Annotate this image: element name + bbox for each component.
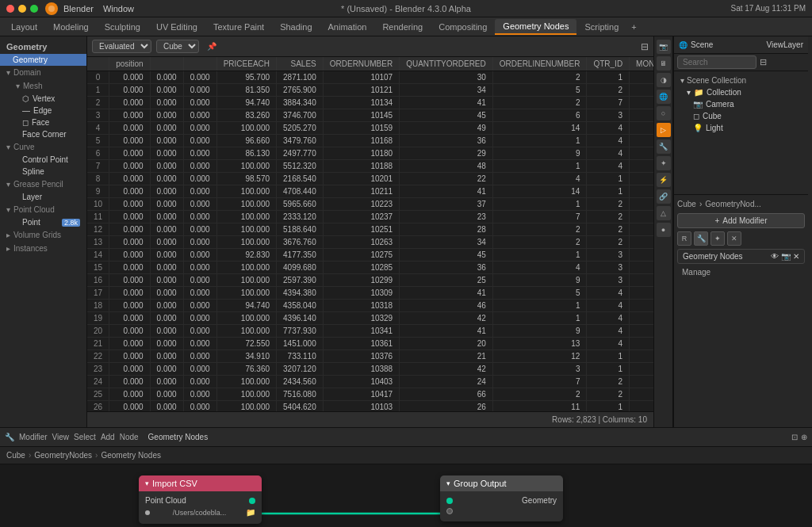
col-sales[interactable]: SALES [277, 57, 324, 71]
breadcrumb-cube-node[interactable]: Cube [6, 451, 25, 460]
data-icon[interactable]: △ [657, 206, 671, 220]
breadcrumb-geonodes-node[interactable]: GeometryNodes [34, 451, 92, 460]
modifier-icon[interactable]: 🔧 [657, 139, 671, 154]
toolbar-add[interactable]: Add [101, 433, 115, 441]
tab-layout[interactable]: Layout [3, 20, 45, 34]
section-mesh[interactable]: ▾ Mesh [0, 79, 86, 93]
render-icon[interactable]: 📷 [657, 40, 671, 54]
table-cell: 48 [400, 160, 493, 173]
toolbar-select[interactable]: Select [74, 433, 96, 441]
toolbar-modifier[interactable]: Modifier [19, 433, 48, 441]
col-orderlinenumber[interactable]: ORDERLINENUMBER [492, 57, 587, 71]
point-cloud-output-socket[interactable] [249, 498, 255, 504]
extra-socket [446, 508, 453, 514]
outliner-item-collection[interactable]: ▾ 📁 Collection [677, 86, 805, 98]
world-icon[interactable]: ○ [657, 106, 671, 120]
modifier-icon-particles[interactable]: ✦ [710, 231, 725, 246]
minimize-button[interactable] [18, 5, 26, 13]
group-output-node[interactable]: ▾ Group Output Geometry [440, 475, 563, 521]
table-row: 130.0000.0000.000100.0003676.76010263342… [87, 236, 653, 249]
geometry-input-socket[interactable] [446, 498, 453, 504]
constraints-icon[interactable]: 🔗 [657, 189, 671, 204]
close-button[interactable] [6, 5, 14, 13]
table-cell: 0.000 [150, 300, 183, 312]
filepath-socket[interactable] [145, 510, 150, 515]
data-table-container[interactable]: position PRICEEACH SALES ORDERNUMBER QUA… [87, 57, 653, 411]
filter-outliner-icon[interactable]: ⊟ [760, 57, 767, 67]
tab-sculpting[interactable]: Sculpting [97, 20, 148, 34]
add-modifier-button[interactable]: + Add Modifier [677, 213, 805, 228]
sidebar-item-face-corner[interactable]: Face Corner [0, 128, 86, 140]
tab-scripting[interactable]: Scripting [576, 20, 626, 34]
col-month-id[interactable]: MONTH_ID [630, 57, 653, 71]
table-cell: 2 [587, 223, 630, 236]
add-workspace-button[interactable]: + [626, 20, 641, 34]
maximize-button[interactable] [30, 5, 38, 13]
table-cell: 3676.760 [277, 236, 324, 249]
scene-icon[interactable]: 🌐 [657, 90, 671, 104]
modifier-render-icon[interactable]: 📷 [781, 252, 791, 261]
sidebar-item-layer[interactable]: Layer [0, 191, 86, 203]
manage-item[interactable]: Manage [677, 265, 805, 279]
col-position[interactable]: position [109, 57, 150, 71]
outliner-item-light[interactable]: 💡 Light [677, 122, 805, 134]
filter-icon[interactable]: ⊟ [641, 41, 649, 52]
modifier-icon-wrench[interactable]: 🔧 [694, 231, 708, 246]
overlay-icon[interactable]: ⊡ [791, 433, 798, 441]
physics-icon[interactable]: ⚡ [657, 173, 671, 187]
modifier-icon-render[interactable]: R [677, 231, 691, 246]
tab-shading[interactable]: Shading [272, 20, 320, 34]
menu-window[interactable]: Window [103, 4, 134, 13]
tab-geometry-nodes[interactable]: Geometry Nodes [495, 19, 576, 35]
modifier-icon-x[interactable]: ✕ [727, 231, 741, 246]
modifier-delete-icon[interactable]: ✕ [793, 252, 799, 261]
evaluated-select[interactable]: Evaluated [92, 40, 151, 53]
menu-blender[interactable]: Blender [63, 4, 94, 13]
table-cell: 3746.700 [277, 109, 324, 122]
import-csv-node[interactable]: ▾ Import CSV Point Cloud /Users/codebla.… [139, 475, 262, 524]
modifier-show-icon[interactable]: 👁 [771, 252, 779, 261]
scene-header-label: Scene [691, 40, 713, 49]
tab-uv-editing[interactable]: UV Editing [148, 20, 205, 34]
node-canvas[interactable]: ▾ Import CSV Point Cloud /Users/codebla.… [0, 464, 812, 527]
object-icon[interactable]: ▷ [657, 123, 671, 137]
sidebar-item-edge[interactable]: —Edge [0, 105, 86, 116]
sidebar-item-control-point[interactable]: Control Point [0, 154, 86, 166]
output-icon[interactable]: 🖥 [657, 56, 671, 71]
tab-compositing[interactable]: Compositing [431, 20, 495, 34]
table-cell: 42 [400, 363, 493, 376]
table-cell: 29 [400, 147, 493, 160]
collapse-icon[interactable]: ▾ [145, 479, 149, 487]
sidebar-item-geometry[interactable]: Geometry [0, 54, 86, 66]
col-ordernumber[interactable]: ORDERNUMBER [323, 57, 399, 71]
object-select[interactable]: Cube [156, 40, 199, 53]
outliner-item-cube[interactable]: ◻ Cube [677, 110, 805, 122]
outliner-item-camera[interactable]: 📷 Camera [677, 98, 805, 110]
particles-icon[interactable]: ✦ [657, 156, 671, 170]
table-cell: 7 [630, 249, 653, 262]
tab-rendering[interactable]: Rendering [374, 20, 431, 34]
view-layer-icon[interactable]: ◑ [657, 73, 671, 87]
tab-animation[interactable]: Animation [320, 20, 375, 34]
toolbar-view[interactable]: View [52, 433, 70, 441]
tab-texture-paint[interactable]: Texture Paint [205, 20, 272, 34]
toolbar-node[interactable]: Node [120, 433, 139, 441]
col-qtr-id[interactable]: QTR_ID [587, 57, 630, 71]
table-cell: 10134 [323, 97, 399, 109]
zoom-icon[interactable]: ⊕ [801, 433, 807, 441]
outliner-search[interactable] [677, 55, 756, 69]
folder-icon[interactable]: 📁 [246, 508, 255, 517]
pin-icon: 📌 [207, 42, 216, 51]
col-priceeach[interactable]: PRICEEACH [216, 57, 276, 71]
app-menu[interactable]: Blender Window [63, 4, 134, 13]
sidebar-item-face[interactable]: ◻Face [0, 116, 86, 128]
tab-modeling[interactable]: Modeling [45, 20, 97, 34]
sidebar-item-point[interactable]: Point 2.8k [0, 216, 86, 228]
material-icon[interactable]: ● [657, 223, 671, 237]
face-icon: ◻ [22, 118, 29, 127]
col-quantityordered[interactable]: QUANTITYORDERED [400, 57, 493, 71]
table-cell: 14 [87, 249, 109, 262]
geometry-nodes-modifier[interactable]: Geometry Nodes 👁 📷 ✕ [677, 249, 805, 264]
sidebar-item-spline[interactable]: Spline [0, 166, 86, 178]
sidebar-item-vertex[interactable]: ⬡Vertex [0, 93, 86, 105]
